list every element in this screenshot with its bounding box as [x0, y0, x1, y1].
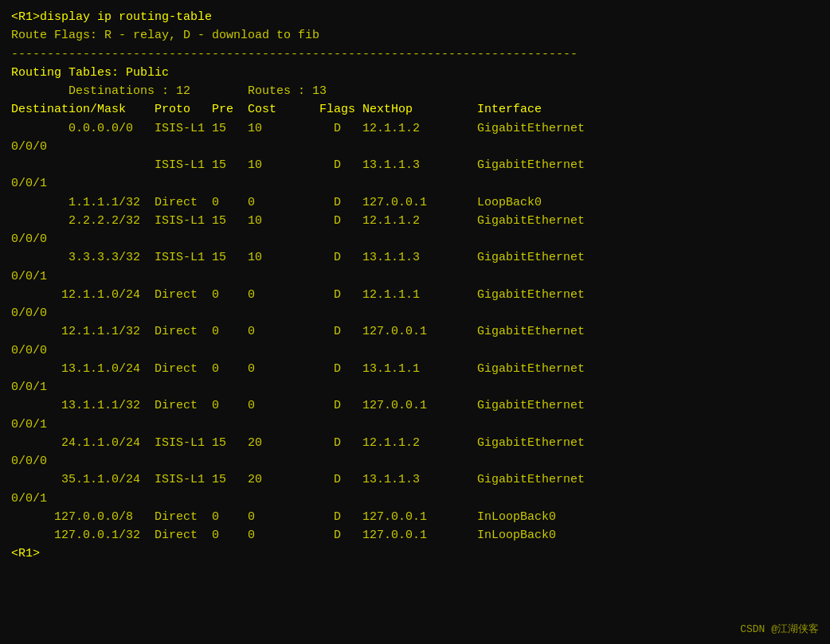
terminal-line: ISIS-L1 15 10 D 13.1.1.3 GigabitEthernet: [11, 156, 819, 174]
terminal-line: 1.1.1.1/32 Direct 0 0 D 127.0.0.1 LoopBa…: [11, 193, 819, 212]
terminal-line: 0/0/0: [11, 230, 819, 248]
terminal-window: <R1>display ip routing-tableRoute Flags:…: [0, 0, 830, 644]
terminal-line: <R1>display ip routing-table: [11, 8, 819, 26]
terminal-line: 12.1.1.0/24 Direct 0 0 D 12.1.1.1 Gigabi…: [11, 286, 819, 304]
terminal-line: 12.1.1.1/32 Direct 0 0 D 127.0.0.1 Gigab…: [11, 322, 819, 341]
terminal-line: 0.0.0.0/0 ISIS-L1 15 10 D 12.1.1.2 Gigab…: [11, 119, 819, 138]
terminal-line: 35.1.1.0/24 ISIS-L1 15 20 D 13.1.1.3 Gig…: [11, 470, 819, 489]
terminal-line: 127.0.0.1/32 Direct 0 0 D 127.0.0.1 InLo…: [11, 526, 819, 544]
terminal-line: ----------------------------------------…: [11, 45, 819, 64]
terminal-line: 13.1.1.1/32 Direct 0 0 D 127.0.0.1 Gigab…: [11, 396, 819, 415]
terminal-line: 0/0/0: [11, 452, 819, 470]
terminal-line: 13.1.1.0/24 Direct 0 0 D 13.1.1.1 Gigabi…: [11, 360, 819, 378]
terminal-line: Routing Tables: Public: [11, 64, 819, 82]
terminal-line: 0/0/0: [11, 342, 819, 360]
terminal-line: 3.3.3.3/32 ISIS-L1 15 10 D 13.1.1.3 Giga…: [11, 248, 819, 267]
terminal-line: <R1>: [11, 544, 819, 563]
terminal-line: Destinations : 12 Routes : 13: [11, 82, 819, 100]
terminal-line: 0/0/0: [11, 304, 819, 322]
terminal-line: 24.1.1.0/24 ISIS-L1 15 20 D 12.1.1.2 Gig…: [11, 434, 819, 452]
terminal-line: 0/0/0: [11, 138, 819, 156]
terminal-line: 2.2.2.2/32 ISIS-L1 15 10 D 12.1.1.2 Giga…: [11, 212, 819, 230]
watermark: CSDN @江湖侠客: [740, 622, 819, 636]
terminal-line: Route Flags: R - relay, D - download to …: [11, 26, 819, 45]
terminal-line: Destination/Mask Proto Pre Cost Flags Ne…: [11, 100, 819, 119]
terminal-line: 0/0/1: [11, 490, 819, 508]
terminal-line: 0/0/1: [11, 416, 819, 434]
terminal-line: 0/0/1: [11, 378, 819, 396]
terminal-line: 0/0/1: [11, 174, 819, 193]
terminal-line: 0/0/1: [11, 267, 819, 286]
terminal-output: <R1>display ip routing-tableRoute Flags:…: [11, 8, 819, 564]
terminal-line: 127.0.0.0/8 Direct 0 0 D 127.0.0.1 InLoo…: [11, 508, 819, 526]
